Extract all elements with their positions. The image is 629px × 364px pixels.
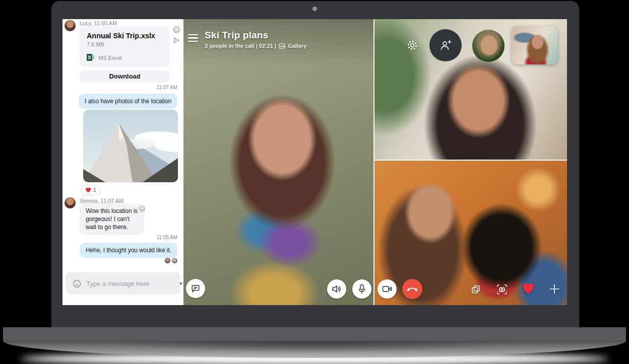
snapshot-icon[interactable] [496, 284, 508, 295]
skype-app-screen: Lucy, 11:00 AM Annual Ski Trip.xslx 7,6 … [62, 19, 567, 305]
timestamp: 11:07 AM [156, 85, 177, 90]
hang-up-icon [406, 286, 418, 292]
incoming-message-bubble: Wow this location is gorgeous! I can't w… [80, 203, 144, 235]
ms-excel-icon [87, 53, 95, 62]
camera-button[interactable] [378, 279, 397, 299]
message-sender-line: Lucy, 11:00 AM [80, 20, 117, 26]
file-name: Annual Ski Trip.xslx [87, 32, 163, 40]
photo-message-mountain[interactable] [83, 110, 178, 182]
outgoing-message-bubble: I also have photos of the location [79, 94, 177, 109]
chat-panel: Lucy, 11:00 AM Annual Ski Trip.xslx 7,6 … [62, 19, 183, 305]
gear-icon[interactable] [407, 40, 418, 51]
call-participants-time: 3 people in the call | 02:21 | [205, 43, 276, 49]
avatar-lucy[interactable] [65, 20, 76, 31]
laptop-base-hinge [3, 327, 626, 341]
add-person-icon [439, 39, 452, 52]
speaker-button[interactable] [327, 279, 346, 299]
file-size: 7,6 MB [87, 41, 163, 47]
timestamp: 11:08 AM [156, 235, 177, 240]
reaction-count: 1 [93, 187, 96, 193]
microphone-icon [358, 284, 366, 294]
message-input[interactable] [86, 280, 175, 287]
video-tile-main-speaker[interactable] [183, 19, 373, 305]
file-app-label: MS Excel [98, 55, 121, 61]
gallery-icon [279, 43, 285, 49]
share-screen-icon[interactable] [471, 284, 481, 295]
toggle-chat-button[interactable] [186, 279, 205, 298]
read-receipt-avatar [172, 258, 177, 263]
hamburger-menu-icon[interactable] [188, 34, 199, 44]
download-button[interactable]: Download [80, 70, 170, 83]
gallery-label[interactable]: Gallery [288, 43, 306, 49]
laptop-mockup: Lucy, 11:00 AM Annual Ski Trip.xslx 7,6 … [0, 0, 629, 364]
speaker-icon [332, 284, 342, 294]
message-composer [66, 272, 180, 295]
heart-reaction-pill[interactable]: 1 [81, 185, 101, 195]
video-camera-icon [382, 285, 392, 293]
forward-message-icon[interactable] [173, 37, 180, 46]
file-attachment-card[interactable]: Annual Ski Trip.xslx 7,6 MB MS Excel [80, 27, 170, 67]
self-view-thumbnail[interactable] [512, 26, 558, 64]
add-reaction-icon[interactable] [173, 26, 180, 35]
add-reaction-icon[interactable] [139, 205, 145, 214]
avatar-serena[interactable] [65, 197, 76, 208]
laptop-webcam-dot [312, 7, 317, 11]
plus-icon[interactable] [549, 283, 560, 295]
heart-reaction-icon[interactable] [522, 282, 535, 295]
call-stage: Ski Trip plans 3 people in the call | 02… [183, 19, 567, 305]
hang-up-button[interactable] [402, 279, 422, 299]
read-receipt-avatar [165, 258, 170, 263]
read-receipts [165, 258, 177, 263]
emoji-picker-icon[interactable] [73, 279, 81, 288]
call-header: Ski Trip plans 3 people in the call | 02… [205, 30, 306, 49]
outgoing-message-bubble: Hehe, I thought you would like it. [80, 243, 177, 258]
participant-avatar-audio[interactable] [472, 30, 505, 62]
microphone-button[interactable] [352, 279, 371, 299]
chat-bubble-icon [191, 284, 200, 293]
call-title: Ski Trip plans [205, 30, 306, 41]
heart-icon [85, 187, 91, 193]
add-person-button[interactable] [429, 29, 462, 61]
